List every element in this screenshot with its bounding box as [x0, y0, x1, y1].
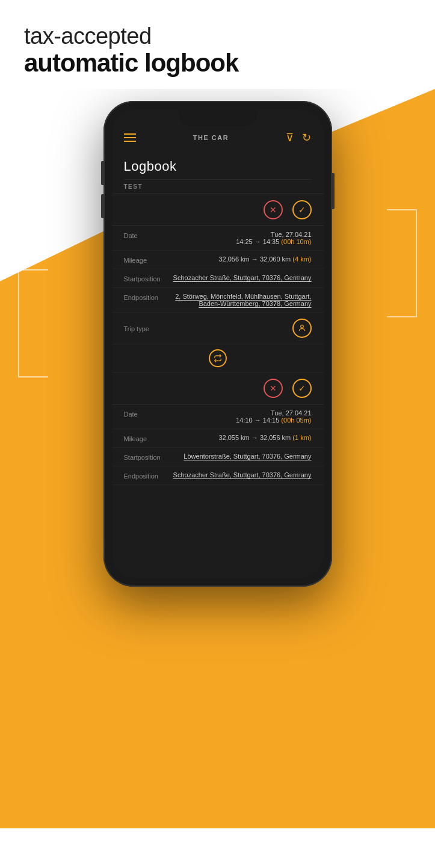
phone-notch [179, 109, 257, 126]
header-subtitle: tax-accepted [24, 24, 411, 49]
car-label: THE CAR [193, 134, 229, 141]
trip2-actions: ✕ ✓ [112, 373, 324, 405]
endpos-label: Endposition [124, 293, 172, 301]
trip2-endpos-label: Endposition [124, 471, 172, 480]
trip1-reject-button[interactable]: ✕ [264, 200, 283, 219]
trip2-endpos-value[interactable]: Schozacher Straße, Stuttgart, 70376, Ger… [172, 471, 312, 478]
trip2-mileage-label: Mileage [124, 434, 172, 442]
refresh-icon[interactable]: ↻ [302, 131, 311, 144]
svg-point-0 [300, 325, 303, 328]
header-action-icons: ⊽ ↻ [286, 131, 311, 144]
date-value: Tue, 27.04.21 14:25 → 14:35 (00h 10m) [172, 231, 312, 245]
startpos-label: Startposition [124, 274, 172, 283]
phone-volume-up-button [101, 161, 103, 185]
trip2-startpos-label: Startposition [124, 453, 172, 461]
separator-icon [112, 344, 324, 373]
phone-power-button [332, 173, 335, 209]
trip2-accept-button[interactable]: ✓ [292, 379, 312, 398]
swap-icon [209, 349, 227, 367]
filter-icon[interactable]: ⊽ [286, 131, 294, 144]
person-icon[interactable] [292, 319, 312, 338]
startpos-value[interactable]: Schozacher Straße, Stuttgart, 70376, Ger… [172, 274, 312, 281]
triptype-label: Trip type [124, 324, 172, 332]
trip-type-row[interactable]: Trip type [112, 313, 324, 344]
trip1-endpos-row: Endposition 2, Störweg, Mönchfeld, Mühlh… [112, 288, 324, 313]
phone-mockup: THE CAR ⊽ ↻ Logbook TEST ✕ ✓ [103, 101, 332, 587]
trip1-startpos-row: Startposition Schozacher Straße, Stuttga… [112, 269, 324, 288]
bracket-left-decoration [18, 269, 48, 377]
trip2-mileage-value: 32,055 km → 32,056 km (1 km) [172, 434, 312, 441]
trip2-date-row: Date Tue, 27.04.21 14:10 → 14:15 (00h 05… [112, 405, 324, 429]
trip2-reject-button[interactable]: ✕ [264, 379, 283, 398]
section-label-test: TEST [112, 180, 324, 194]
mileage-value: 32,056 km → 32,060 km (4 km) [172, 255, 312, 263]
trip1-mileage-row: Mileage 32,056 km → 32,060 km (4 km) [112, 251, 324, 269]
hamburger-menu-icon[interactable] [124, 133, 136, 142]
endpos-value[interactable]: 2, Störweg, Mönchfeld, Mühlhausen, Stutt… [172, 293, 312, 307]
trip1-accept-button[interactable]: ✓ [292, 200, 312, 219]
trip2-startpos-row: Startposition Löwentorstraße, Stuttgart,… [112, 448, 324, 466]
trip2-date-label: Date [124, 409, 172, 418]
mileage-label: Mileage [124, 255, 172, 264]
trip2-startpos-value[interactable]: Löwentorstraße, Stuttgart, 70376, German… [172, 453, 312, 460]
bracket-right-decoration [387, 209, 417, 317]
trip1-actions: ✕ ✓ [112, 194, 324, 226]
phone-volume-down-button [101, 194, 103, 218]
date-label: Date [124, 231, 172, 239]
trip1-date-row: Date Tue, 27.04.21 14:25 → 14:35 (00h 10… [112, 226, 324, 251]
trip2-date-value: Tue, 27.04.21 14:10 → 14:15 (00h 05m) [172, 409, 312, 424]
trip2-endpos-row: Endposition Schozacher Straße, Stuttgart… [112, 466, 324, 485]
logbook-title: Logbook [112, 150, 324, 179]
header-title: automatic logbook [24, 49, 411, 77]
phone-screen: THE CAR ⊽ ↻ Logbook TEST ✕ ✓ [112, 109, 324, 578]
trip2-mileage-row: Mileage 32,055 km → 32,056 km (1 km) [112, 429, 324, 448]
